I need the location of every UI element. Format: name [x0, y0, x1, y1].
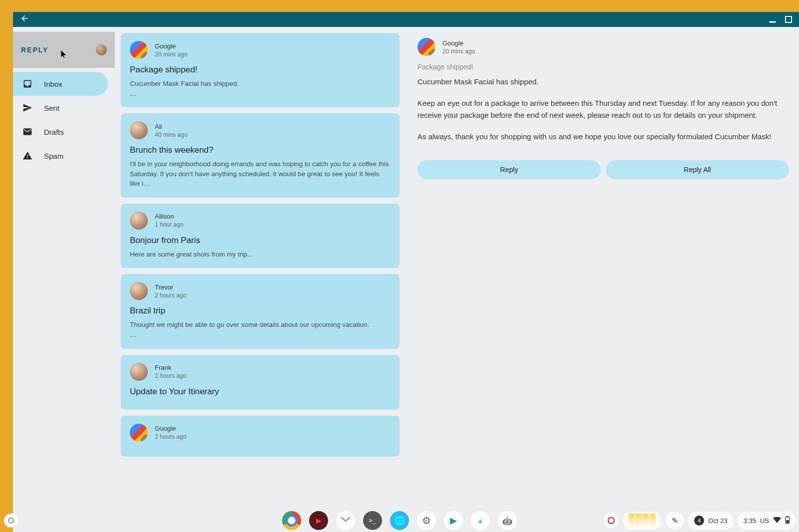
desktop-frame: REPLY Inbox Sent Drafts Spam	[0, 0, 799, 532]
taskbar-dock	[282, 511, 517, 530]
detail-time: 20 mins ago	[442, 48, 475, 55]
message-time: 2 hours ago	[155, 433, 186, 440]
message-card[interactable]: Frank 2 hours ago Update to Your Itinera…	[121, 355, 400, 410]
taskbar: 4 Oct 23 3:35 US	[0, 509, 799, 532]
sidebar-header: REPLY	[13, 32, 115, 68]
settings-icon[interactable]	[417, 511, 436, 530]
message-card[interactable]: Google 2 hours ago	[121, 416, 400, 457]
terminal-icon[interactable]	[363, 511, 382, 530]
tray-time: 3:35	[744, 517, 756, 525]
sender-avatar	[130, 212, 148, 230]
message-time: 20 mins ago	[155, 51, 187, 58]
message-detail: Google 20 mins ago Package shipped! Cucu…	[404, 27, 799, 532]
detail-subject: Package shipped!	[417, 63, 789, 71]
android-icon[interactable]	[498, 511, 517, 530]
sidebar-item-sent[interactable]: Sent	[13, 96, 108, 120]
play-store-icon[interactable]	[444, 511, 463, 530]
sender-avatar	[130, 41, 148, 59]
pen-icon	[672, 516, 678, 526]
message-card[interactable]: Google 20 mins ago Package shipped! Cucu…	[121, 33, 400, 107]
sender-avatar	[130, 363, 148, 381]
sidebar-item-label: Inbox	[44, 80, 62, 88]
detail-sender: Google	[442, 39, 475, 47]
tray-running-apps[interactable]	[623, 512, 662, 530]
app-window: REPLY Inbox Sent Drafts Spam	[13, 12, 799, 532]
battery-icon	[785, 516, 790, 526]
tray-locale: US	[760, 517, 769, 525]
sender-avatar	[130, 424, 148, 442]
drafts-icon	[22, 126, 33, 137]
message-subject: Package shipped!	[130, 65, 391, 75]
message-preview: Cucumber Mask Facial has shipped.	[130, 79, 391, 89]
message-subject: Update to Your Itinerary	[130, 387, 391, 397]
maximize-button[interactable]	[785, 16, 792, 23]
message-sender: Ali	[155, 123, 187, 130]
tray-notifications[interactable]: 4 Oct 23	[688, 512, 733, 530]
sender-avatar	[417, 38, 435, 56]
message-subject: Brazil trip	[130, 306, 391, 316]
wifi-icon	[773, 517, 781, 525]
browser-icon[interactable]	[390, 511, 409, 530]
message-card[interactable]: Ali 40 mins ago Brunch this weekend? I'l…	[121, 113, 400, 198]
svg-rect-0	[770, 21, 776, 22]
window-titlebar	[13, 12, 799, 27]
sender-avatar	[130, 121, 148, 139]
sidebar-item-label: Drafts	[44, 128, 64, 136]
sender-avatar	[130, 282, 148, 300]
message-preview: Thought we might be able to go over some…	[130, 320, 391, 330]
message-preview: I'll be in your neighborhood doing erran…	[130, 159, 391, 189]
message-sender: Trevor	[155, 283, 186, 291]
svg-rect-4	[787, 520, 789, 523]
minimize-button[interactable]	[769, 16, 776, 23]
sidebar-item-label: Sent	[44, 104, 59, 112]
gmail-icon[interactable]	[336, 511, 355, 530]
message-card[interactable]: Trevor 2 hours ago Brazil trip Thought w…	[121, 274, 400, 348]
message-sender: Google	[155, 42, 187, 50]
message-preview-more: …	[130, 330, 391, 340]
youtube-icon[interactable]	[309, 511, 328, 530]
launcher-button[interactable]	[4, 514, 18, 528]
notification-badge: 4	[694, 516, 704, 526]
message-sender: Google	[155, 425, 186, 432]
detail-paragraph: As always, thank you for shopping with u…	[417, 131, 789, 142]
screen-record-icon[interactable]	[604, 513, 619, 528]
svg-rect-1	[786, 16, 792, 22]
send-icon	[22, 102, 33, 113]
message-subject: Bonjour from Paris	[130, 236, 391, 246]
message-list: Google 20 mins ago Package shipped! Cucu…	[115, 27, 404, 532]
profile-avatar[interactable]	[96, 44, 107, 55]
inbox-icon	[22, 78, 33, 89]
message-subject: Brunch this weekend?	[130, 145, 391, 155]
message-sender: Frank	[155, 364, 186, 371]
message-time: 40 mins ago	[155, 131, 187, 138]
reply-button[interactable]: Reply	[417, 160, 601, 179]
message-time: 1 hour ago	[155, 221, 183, 228]
sidebar-item-label: Spam	[44, 152, 63, 160]
message-card[interactable]: Allison 1 hour ago Bonjour from Paris He…	[121, 204, 400, 268]
svg-rect-3	[787, 516, 789, 517]
sidebar: REPLY Inbox Sent Drafts Spam	[13, 27, 115, 532]
message-time: 2 hours ago	[155, 292, 186, 299]
chrome-icon[interactable]	[282, 511, 301, 530]
reply-all-button[interactable]: Reply All	[606, 160, 789, 179]
message-sender: Allison	[155, 213, 183, 220]
detail-body: Cucumber Mask Facial has shipped. Keep a…	[417, 76, 789, 152]
message-preview-more: …	[130, 89, 391, 99]
detail-paragraph: Cucumber Mask Facial has shipped.	[417, 76, 789, 87]
android-studio-icon[interactable]	[471, 511, 490, 530]
detail-paragraph: Keep an eye out for a package to arrive …	[417, 97, 789, 121]
tray-status[interactable]: 3:35 US	[738, 512, 796, 530]
back-arrow-icon[interactable]	[20, 14, 29, 25]
message-preview: Here are some great shots from my trip..…	[130, 250, 391, 260]
tray-pen[interactable]	[666, 512, 684, 530]
spam-icon	[22, 150, 33, 161]
message-time: 2 hours ago	[155, 372, 186, 379]
sidebar-item-drafts[interactable]: Drafts	[13, 120, 108, 144]
sidebar-item-inbox[interactable]: Inbox	[13, 72, 108, 96]
app-title: REPLY	[21, 46, 48, 54]
sidebar-item-spam[interactable]: Spam	[13, 144, 108, 168]
tray-date: Oct 23	[708, 517, 727, 525]
